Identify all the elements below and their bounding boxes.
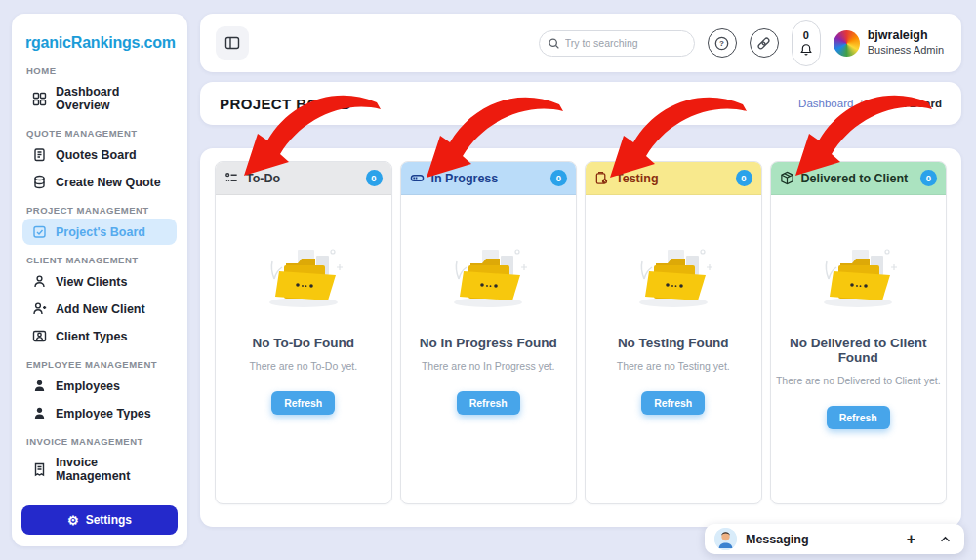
section-label-client-management: CLIENT MANAGEMENT (26, 255, 173, 265)
person-icon (32, 274, 47, 289)
sidebar-item-add-new-client[interactable]: Add New Client (22, 296, 177, 322)
person-filled-icon (32, 379, 47, 393)
sidebar-item-dashboard-overview[interactable]: Dashboard Overview (22, 79, 177, 118)
section-label-employee-management: EMPLOYEE MANAGEMENT (26, 359, 173, 370)
empty-subtitle: There are no In Progress yet. (401, 360, 577, 372)
chevron-up-icon (940, 536, 951, 542)
column-delivered-header: Delivered to Client 0 (771, 162, 947, 195)
empty-folder-illustration (247, 234, 360, 308)
empty-folder-illustration (431, 234, 545, 308)
user-menu[interactable]: bjwraleigh Business Admin (834, 28, 944, 57)
dashboard-grid-icon (32, 92, 47, 106)
question-circle-icon: ? (714, 36, 729, 51)
progress-bar-icon (410, 171, 425, 185)
receipt-icon (32, 462, 47, 477)
column-empty-state: No To-Do Found There are no To-Do yet. R… (216, 195, 391, 415)
brand-logo[interactable]: rganicRankings.com (24, 29, 175, 56)
help-button[interactable]: ? (708, 28, 737, 58)
sidebar-item-employee-types[interactable]: Employee Types (22, 400, 177, 426)
sidebar-item-label: Create New Quote (56, 176, 161, 189)
column-count-badge: 0 (736, 170, 752, 186)
sidebar-item-label: Employees (56, 380, 120, 393)
section-label-quote-management: QUOTE MANAGEMENT (26, 128, 173, 139)
brand-name: rganicRankings.com (25, 34, 176, 52)
refresh-button[interactable]: Refresh (457, 391, 520, 415)
clipboard-icon (32, 147, 47, 162)
person-plus-icon (32, 301, 47, 316)
person-avatar-icon (714, 528, 737, 550)
column-title: Delivered to Client (801, 172, 909, 185)
new-message-button[interactable]: + (907, 532, 915, 547)
empty-folder-illustration (617, 234, 730, 308)
svg-text:?: ? (719, 39, 724, 48)
messaging-avatar (714, 528, 737, 550)
notification-count-badge: 0 (803, 30, 809, 41)
sidebar-item-create-new-quote[interactable]: Create New Quote (22, 169, 177, 195)
gear-icon: ⚙ (67, 513, 79, 528)
section-label-invoice-management: INVOICE MANAGEMENT (26, 436, 173, 447)
column-title: Testing (616, 172, 659, 185)
sidebar-item-employees[interactable]: Employees (22, 373, 177, 399)
person-filled-icon (32, 406, 47, 420)
column-title: To-Do (246, 172, 280, 185)
refresh-button[interactable]: Refresh (271, 391, 335, 415)
sidebar-item-projects-board[interactable]: Project's Board (22, 219, 177, 245)
empty-title: No In Progress Found (401, 336, 577, 350)
refresh-button[interactable]: Refresh (827, 406, 890, 429)
section-label-project-management: PROJECT MANAGEMENT (26, 205, 173, 216)
user-name: bjwraleigh (868, 28, 944, 44)
settings-button[interactable]: ⚙ Settings (21, 505, 178, 535)
sidebar-item-label: Invoice Management (56, 456, 167, 483)
sidebar-item-label: Quotes Board (56, 148, 137, 162)
messaging-widget[interactable]: Messaging + (705, 524, 964, 554)
messaging-label: Messaging (746, 533, 809, 546)
sidebar-item-quotes-board[interactable]: Quotes Board (22, 141, 177, 168)
sidebar-item-invoice-management[interactable]: Invoice Management (22, 450, 177, 489)
clipboard-clock-icon (594, 171, 609, 185)
person-card-icon (32, 329, 47, 343)
column-count-badge: 0 (366, 170, 383, 186)
page-title: PROJECT BOARD (220, 96, 351, 112)
user-avatar (834, 30, 860, 57)
column-testing: Testing 0 No Testing Found There are no … (585, 161, 762, 504)
breadcrumb-current: Project Board (869, 98, 942, 109)
sidebar-item-label: Project's Board (56, 225, 145, 239)
refresh-button[interactable]: Refresh (641, 391, 705, 415)
column-testing-header: Testing 0 (586, 162, 761, 195)
column-title: In Progress (431, 172, 499, 185)
collapse-messaging-button[interactable] (940, 536, 951, 542)
notifications-button[interactable]: 0 (792, 20, 821, 66)
package-box-icon (780, 171, 794, 185)
empty-title: No Delivered to Client Found (771, 336, 947, 365)
sidebar-item-view-clients[interactable]: View Clients (22, 268, 177, 295)
bell-icon (799, 43, 813, 57)
user-role: Business Admin (868, 44, 944, 58)
sidebar-toggle-button[interactable] (216, 26, 249, 60)
search-icon (548, 37, 560, 50)
link-button[interactable] (750, 28, 779, 58)
column-in-progress-header: In Progress 0 (401, 162, 577, 195)
panel-left-icon (224, 35, 240, 51)
sidebar-item-label: Employee Types (56, 407, 151, 420)
empty-subtitle: There are no Testing yet. (586, 360, 761, 372)
sidebar-item-label: Add New Client (56, 302, 145, 316)
empty-folder-illustration (801, 234, 915, 308)
sidebar-item-label: Dashboard Overview (56, 85, 167, 112)
column-count-badge: 0 (550, 170, 567, 186)
database-icon (32, 175, 47, 189)
column-empty-state: No Testing Found There are no Testing ye… (586, 195, 761, 415)
column-empty-state: No In Progress Found There are no In Pro… (401, 195, 577, 415)
topbar: ? 0 bjwraleigh Business Admin (200, 14, 961, 72)
search-box (539, 30, 695, 57)
column-count-badge: 0 (920, 170, 937, 186)
sidebar-item-client-types[interactable]: Client Types (22, 323, 177, 349)
task-list-icon (224, 171, 239, 185)
empty-title: No Testing Found (586, 336, 761, 350)
search-input[interactable] (539, 30, 695, 57)
column-empty-state: No Delivered to Client Found There are n… (771, 195, 947, 429)
project-board: To-Do 0 No To-Do Found There are no To-D… (200, 148, 961, 527)
empty-subtitle: There are no Delivered to Client yet. (771, 375, 947, 386)
empty-title: No To-Do Found (216, 336, 391, 350)
breadcrumb-dashboard-link[interactable]: Dashboard (798, 98, 853, 109)
link-icon (756, 36, 771, 51)
